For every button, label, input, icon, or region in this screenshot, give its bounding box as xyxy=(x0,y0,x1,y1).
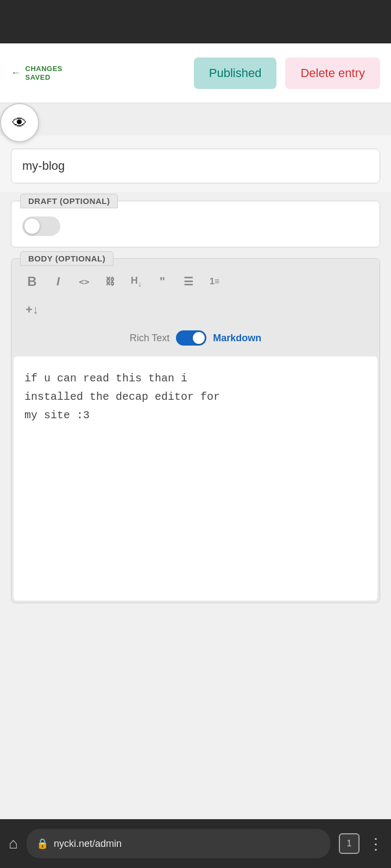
blog-input-value: my-blog xyxy=(22,159,65,173)
quote-button[interactable]: " xyxy=(150,270,174,293)
main-content: 👁 my-blog DRAFT (OPTIONAL) BODY (OPTIONA… xyxy=(0,103,391,868)
browser-url-bar[interactable]: 🔒 nycki.net/admin xyxy=(27,829,330,858)
top-bar xyxy=(0,0,391,43)
heading-icon: H↓ xyxy=(131,275,142,288)
eye-icon: 👁 xyxy=(12,114,27,132)
heading-button[interactable]: H↓ xyxy=(124,270,148,293)
toolbar-row-2: +↓ xyxy=(20,298,371,322)
toolbar-row-1: B I <> ⛓ H↓ " ☰ 1≡ xyxy=(20,270,371,293)
url-text: nycki.net/admin xyxy=(54,838,122,850)
editor-mode-toggle[interactable] xyxy=(176,330,206,346)
quote-icon: " xyxy=(160,275,165,289)
bullet-list-icon: ☰ xyxy=(184,275,193,288)
draft-section-label: DRAFT (OPTIONAL) xyxy=(20,194,118,208)
preview-section: 👁 xyxy=(0,103,391,136)
draft-toggle[interactable] xyxy=(22,216,60,236)
draft-section-card: DRAFT (OPTIONAL) xyxy=(11,201,380,247)
italic-button[interactable]: I xyxy=(46,270,70,293)
markdown-label: Markdown xyxy=(213,333,261,344)
blog-field-section: my-blog xyxy=(0,136,391,192)
editor-mode-toggle-row: Rich Text Markdown xyxy=(20,326,371,352)
browser-home-button[interactable]: ⌂ xyxy=(9,835,18,852)
rich-text-label: Rich Text xyxy=(130,333,170,344)
bullet-list-button[interactable]: ☰ xyxy=(176,270,200,293)
body-section-label: BODY (OPTIONAL) xyxy=(20,251,113,266)
draft-toggle-thumb xyxy=(24,219,40,234)
numbered-list-icon: 1≡ xyxy=(210,277,219,286)
back-arrow-icon: ← xyxy=(11,67,21,79)
body-editor-content[interactable]: if u can read this than i installed the … xyxy=(24,369,367,425)
editor-mode-toggle-thumb xyxy=(193,332,205,344)
changes-saved-label: CHANGES SAVED xyxy=(26,65,63,81)
header-bar: ← CHANGES SAVED Published Delete entry xyxy=(0,43,391,103)
back-button[interactable]: ← CHANGES SAVED xyxy=(11,65,62,81)
draft-toggle-wrapper xyxy=(22,216,369,236)
preview-button[interactable]: 👁 xyxy=(0,103,39,142)
link-button[interactable]: ⛓ xyxy=(98,270,122,293)
code-button[interactable]: <> xyxy=(72,270,96,293)
delete-entry-button[interactable]: Delete entry xyxy=(285,58,380,89)
browser-menu-button[interactable]: ⋮ xyxy=(368,835,382,853)
add-icon: +↓ xyxy=(26,303,39,317)
bold-button[interactable]: B xyxy=(20,270,44,293)
toolbar: B I <> ⛓ H↓ " ☰ 1≡ xyxy=(11,259,380,356)
numbered-list-button[interactable]: 1≡ xyxy=(203,270,226,293)
link-icon: ⛓ xyxy=(105,276,115,288)
body-editor[interactable]: if u can read this than i installed the … xyxy=(14,356,377,601)
add-block-button[interactable]: +↓ xyxy=(20,298,44,322)
body-section-card: BODY (OPTIONAL) B I <> ⛓ H↓ " ☰ xyxy=(11,258,380,603)
browser-bar: ⌂ 🔒 nycki.net/admin 1 ⋮ xyxy=(0,819,391,868)
lock-icon: 🔒 xyxy=(36,838,48,850)
published-button[interactable]: Published xyxy=(194,58,277,89)
browser-tab-count[interactable]: 1 xyxy=(339,833,360,854)
blog-input-wrapper[interactable]: my-blog xyxy=(11,149,380,183)
